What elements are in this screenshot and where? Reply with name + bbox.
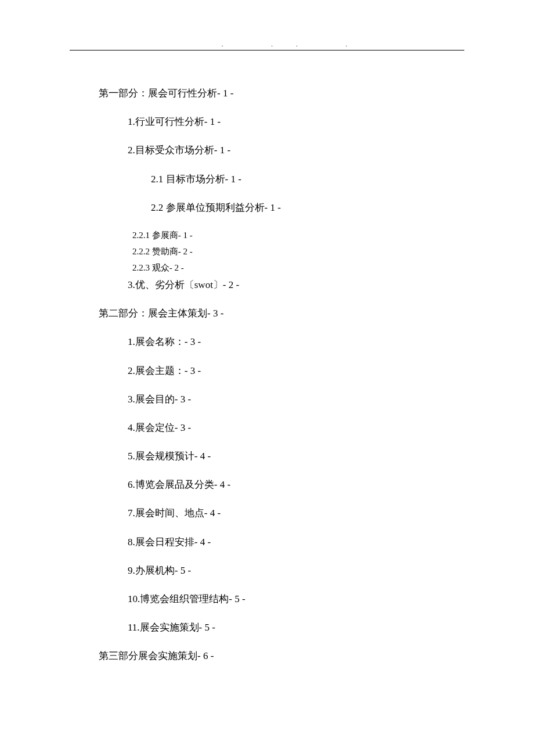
header-dots: . .. . <box>70 41 464 48</box>
toc-item: 8.展会日程安排- 4 - <box>128 534 464 550</box>
toc-item: 11.展会实施策划- 5 - <box>128 620 464 635</box>
toc-item: 2.2.1 参展商- 1 - <box>132 228 464 242</box>
toc-item: 2.2.2 赞助商- 2 - <box>132 244 464 258</box>
toc-item: 6.博览会展品及分类- 4 - <box>128 477 464 492</box>
toc-item: 7.展会时间、地点- 4 - <box>128 505 464 521</box>
table-of-contents: 第一部分：展会可行性分析- 1 - 1.行业可行性分析- 1 - 2.目标受众市… <box>70 85 464 664</box>
toc-item: 5.展会规模预计- 4 - <box>128 448 464 464</box>
toc-item: 2.1 目标市场分析- 1 - <box>151 171 464 187</box>
toc-item: 3.展会目的- 3 - <box>128 391 464 407</box>
toc-part-2: 第二部分：展会主体策划- 3 - <box>99 305 464 321</box>
toc-item: 3.优、劣分析〔swot〕- 2 - <box>128 277 464 293</box>
toc-item: 4.展会定位- 3 - <box>128 420 464 435</box>
toc-item: 2.目标受众市场分析- 1 - <box>128 142 464 158</box>
header-divider <box>70 50 464 51</box>
toc-item: 9.办展机构- 5 - <box>128 563 464 578</box>
toc-item: 1.行业可行性分析- 1 - <box>128 114 464 129</box>
toc-item: 2.2 参展单位预期利益分析- 1 - <box>151 200 464 215</box>
toc-part-1: 第一部分：展会可行性分析- 1 - <box>99 85 464 101</box>
toc-item: 10.博览会组织管理结构- 5 - <box>128 591 464 607</box>
document-page: . .. . 第一部分：展会可行性分析- 1 - 1.行业可行性分析- 1 - … <box>0 0 534 712</box>
toc-item: 2.2.3 观众- 2 - <box>132 261 464 275</box>
toc-item: 2.展会主题：- 3 - <box>128 363 464 379</box>
toc-item: 1.展会名称：- 3 - <box>128 334 464 350</box>
toc-part-3: 第三部分展会实施策划- 6 - <box>99 648 464 664</box>
